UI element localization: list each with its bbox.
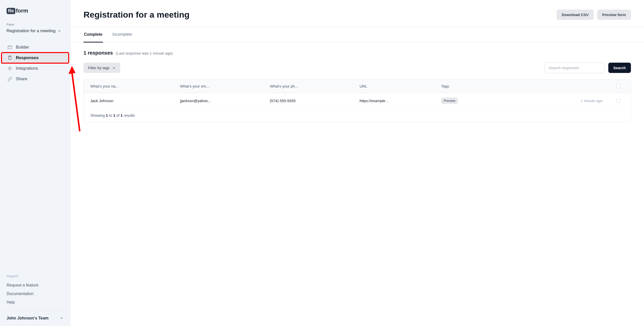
table-footer: Showing 1 to 1 of 1 results bbox=[84, 109, 631, 122]
footer-mid1: to bbox=[108, 113, 113, 117]
search-wrap: Search bbox=[544, 62, 631, 73]
chevron-down-icon bbox=[112, 66, 116, 70]
footer-b: 1 bbox=[113, 113, 115, 117]
support-link-request-feature[interactable]: Request a feature bbox=[7, 281, 64, 290]
logo-text: form bbox=[16, 8, 28, 14]
checkbox-icon bbox=[616, 99, 621, 103]
checkbox-icon bbox=[616, 84, 621, 88]
tab-incomplete[interactable]: Incomplete bbox=[112, 27, 133, 43]
page-header: Registration for a meeting Download CSV … bbox=[70, 0, 644, 27]
content: 1 responses (Last response was 1 minute … bbox=[70, 43, 644, 130]
responses-table: What's your na... What's your em... What… bbox=[84, 79, 631, 122]
team-switcher[interactable]: John Johnson's Team bbox=[0, 310, 70, 326]
row-checkbox[interactable] bbox=[613, 99, 624, 103]
cell-url: https://example... bbox=[359, 99, 441, 103]
cell-name: Jack Johnson bbox=[90, 99, 180, 103]
table-header-url[interactable]: URL bbox=[359, 84, 441, 88]
footer-prefix: Showing bbox=[90, 113, 106, 117]
chevron-down-icon bbox=[60, 316, 64, 320]
cell-time: 1 minute ago bbox=[539, 99, 613, 103]
table-header-name[interactable]: What's your na... bbox=[90, 84, 180, 88]
search-input[interactable] bbox=[544, 62, 605, 73]
footer-suffix: results bbox=[123, 113, 135, 117]
sidebar-item-label: Builder bbox=[16, 45, 29, 50]
table-header-email[interactable]: What's your em... bbox=[180, 84, 270, 88]
sidebar-item-responses[interactable]: Responses bbox=[2, 53, 69, 63]
table-header-tags[interactable]: Tags bbox=[441, 84, 539, 88]
filter-by-tags-button[interactable]: Filter by tags bbox=[84, 63, 120, 73]
tag-badge[interactable]: Preview bbox=[441, 98, 458, 104]
support-label: Support bbox=[7, 274, 64, 278]
header-actions: Download CSV Preview form bbox=[557, 10, 631, 20]
svg-rect-0 bbox=[8, 46, 12, 49]
tab-complete[interactable]: Complete bbox=[84, 27, 103, 43]
table-row[interactable]: Jack Johnson jjackson@yahoo... (574) 555… bbox=[84, 93, 631, 109]
tabs: Complete Incomplete bbox=[70, 27, 644, 43]
bolt-icon bbox=[7, 66, 12, 71]
clipboard-icon bbox=[7, 55, 12, 60]
team-name: John Johnson's Team bbox=[7, 316, 49, 320]
sidebar-item-label: Integrations bbox=[16, 66, 38, 71]
response-count: 1 responses bbox=[84, 50, 113, 56]
window-icon bbox=[7, 45, 12, 50]
link-icon bbox=[7, 76, 12, 82]
cell-tags: Preview bbox=[441, 98, 539, 104]
sidebar-item-label: Responses bbox=[16, 55, 39, 60]
sidebar: Re form Form Registration for a meeting … bbox=[0, 0, 70, 326]
form-selector[interactable]: Registration for a meeting bbox=[0, 26, 70, 33]
sidebar-item-integrations[interactable]: Integrations bbox=[0, 63, 70, 74]
sidebar-item-label: Share bbox=[16, 76, 27, 82]
logo-badge: Re bbox=[7, 8, 15, 14]
page-title: Registration for a meeting bbox=[84, 10, 189, 20]
sidebar-nav: Builder Responses Integrations Share bbox=[0, 42, 70, 84]
main: Registration for a meeting Download CSV … bbox=[70, 0, 644, 326]
support-block: Support Request a feature Documentation … bbox=[0, 274, 70, 310]
response-meta: (Last response was 1 minute ago) bbox=[116, 51, 173, 55]
sidebar-item-builder[interactable]: Builder bbox=[0, 42, 70, 53]
cell-email: jjackson@yahoo... bbox=[180, 99, 270, 103]
form-selector-name: Registration for a meeting bbox=[7, 28, 56, 33]
table-header-row: What's your na... What's your em... What… bbox=[84, 79, 631, 93]
chevron-down-icon bbox=[58, 29, 61, 33]
svg-marker-4 bbox=[8, 66, 12, 71]
toolbar: Filter by tags Search bbox=[84, 62, 631, 73]
search-button[interactable]: Search bbox=[608, 63, 631, 73]
preview-form-button[interactable]: Preview form bbox=[597, 10, 631, 20]
cell-phone: (574) 555-5555 bbox=[270, 99, 360, 103]
response-summary: 1 responses (Last response was 1 minute … bbox=[84, 50, 631, 56]
sidebar-form-label: Form bbox=[0, 23, 70, 26]
app-logo[interactable]: Re form bbox=[7, 8, 64, 14]
support-link-help[interactable]: Help bbox=[7, 298, 64, 307]
support-link-documentation[interactable]: Documentation bbox=[7, 290, 64, 298]
download-csv-button[interactable]: Download CSV bbox=[557, 10, 594, 20]
table-header-phone[interactable]: What's your ph... bbox=[270, 84, 360, 88]
footer-mid2: of bbox=[115, 113, 120, 117]
table-header-checkbox[interactable] bbox=[613, 84, 624, 88]
sidebar-item-share[interactable]: Share bbox=[0, 74, 70, 84]
footer-a: 1 bbox=[106, 113, 108, 117]
filter-label: Filter by tags bbox=[88, 66, 110, 70]
